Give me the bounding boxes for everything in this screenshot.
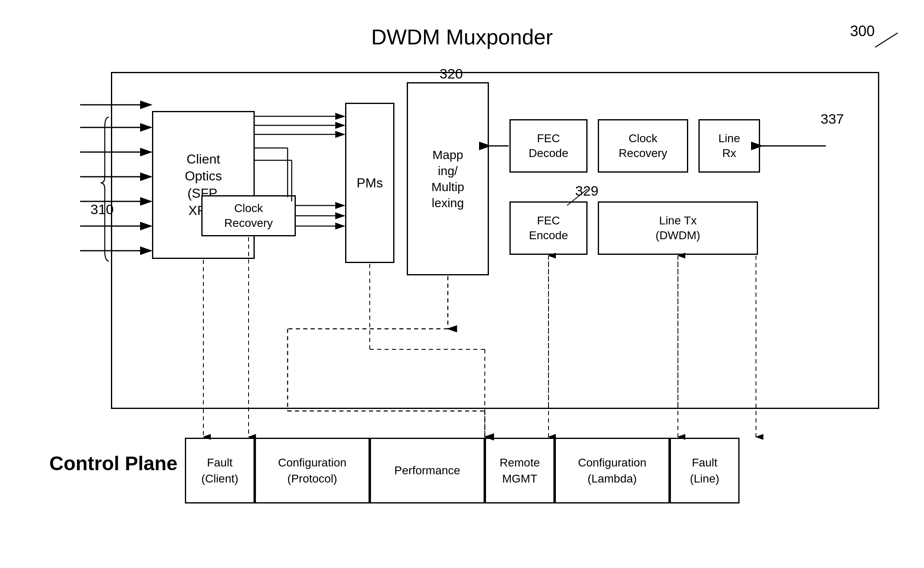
ctrl-config-lambda: Configuration(Lambda) <box>555 438 670 503</box>
line-tx-box: Line Tx (DWDM) <box>598 201 758 255</box>
clock-recovery-top-box: Clock Recovery <box>598 119 688 173</box>
main-title: DWDM Muxponder <box>371 25 553 49</box>
control-plane-label: Control Plane <box>49 452 177 475</box>
client-optics-box: Client Optics (SFP, XFP) <box>152 111 255 259</box>
ctrl-config-protocol: Configuration(Protocol) <box>255 438 370 503</box>
ctrl-fault-line: Fault(Line) <box>670 438 740 503</box>
ref-320: 320 <box>440 66 463 82</box>
fec-encode-box: FEC Encode <box>509 201 588 255</box>
diagram-container: DWDM Muxponder 300 320 Client Optics (SF… <box>0 0 924 568</box>
ref-300: 300 <box>850 23 875 40</box>
line-rx-box: Line Rx <box>698 119 760 173</box>
ref-329: 329 <box>575 183 599 199</box>
clock-recovery-inner-box: Clock Recovery <box>201 195 296 236</box>
mapping-box: Mapp ing/ Multip lexing <box>407 82 489 275</box>
control-boxes-row: Fault(Client) Configuration(Protocol) Pe… <box>185 438 740 503</box>
fec-decode-box: FEC Decode <box>509 119 588 173</box>
svg-line-4 <box>875 33 898 47</box>
ctrl-fault-client: Fault(Client) <box>185 438 255 503</box>
pms-box: PMs <box>345 103 394 263</box>
ref-337: 337 <box>820 111 844 127</box>
ctrl-performance: Performance <box>370 438 485 503</box>
ctrl-remote-mgmt: RemoteMGMT <box>485 438 555 503</box>
ref-310: 310 <box>90 201 114 217</box>
